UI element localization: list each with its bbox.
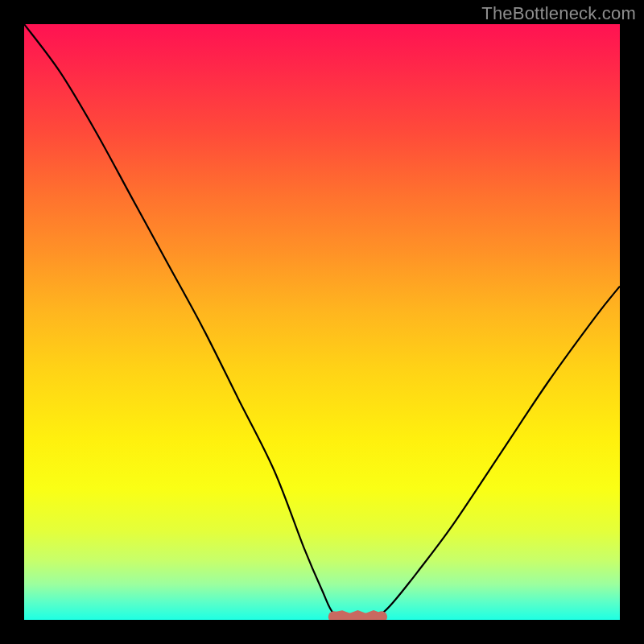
chart-frame: TheBottleneck.com xyxy=(0,0,644,644)
flat-bottom-highlight xyxy=(334,616,382,619)
watermark-text: TheBottleneck.com xyxy=(481,3,636,24)
bottleneck-curve xyxy=(24,24,620,620)
curve-layer xyxy=(24,24,620,620)
